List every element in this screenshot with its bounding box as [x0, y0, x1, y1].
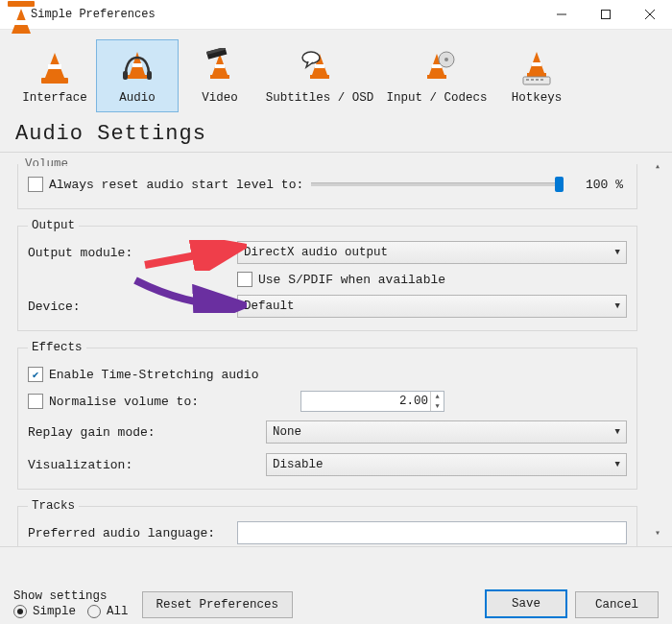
radio-simple[interactable] [13, 605, 27, 618]
scroll-down-icon[interactable]: ▾ [649, 525, 666, 540]
titlebar: Simple Preferences [0, 0, 672, 30]
output-module-value: DirectX audio output [244, 246, 388, 259]
tab-label: Audio [119, 91, 156, 105]
svg-rect-11 [210, 75, 229, 79]
svg-rect-19 [432, 64, 442, 68]
tab-label: Hotkeys [512, 91, 563, 105]
svg-rect-10 [215, 64, 225, 68]
device-value: Default [244, 300, 295, 313]
svg-rect-30 [540, 79, 543, 81]
normalise-spinner[interactable]: 2.00 ▲▼ [300, 391, 444, 412]
normalise-label: Normalise volume to: [49, 395, 300, 409]
output-module-label: Output module: [28, 246, 237, 260]
headphones-cone-icon [118, 47, 156, 87]
chevron-down-icon: ▼ [615, 460, 620, 469]
page-title: Audio Settings [0, 118, 672, 152]
radio-all[interactable] [87, 605, 101, 618]
radio-simple-label: Simple [33, 605, 76, 618]
chevron-down-icon: ▼ [615, 248, 620, 257]
svg-rect-25 [527, 73, 546, 77]
show-settings-label: Show settings [13, 589, 129, 603]
spin-down-icon[interactable]: ▼ [430, 401, 444, 411]
tab-interface[interactable]: Interface [13, 39, 96, 112]
tab-input-codecs[interactable]: Input / Codecs [378, 39, 495, 112]
spdif-checkbox[interactable] [237, 272, 252, 287]
close-button[interactable] [628, 0, 672, 29]
window-title: Simple Preferences [31, 8, 540, 21]
reset-preferences-button[interactable]: Reset Preferences [142, 591, 294, 618]
reset-audio-level-label: Always reset audio start level to: [49, 178, 303, 192]
svg-rect-7 [123, 71, 128, 80]
svg-rect-5 [132, 63, 142, 67]
footer: Show settings Simple All Reset Preferenc… [0, 557, 672, 624]
visualization-combo[interactable]: Disable ▼ [266, 453, 627, 476]
normalise-checkbox[interactable] [28, 394, 43, 409]
replay-gain-combo[interactable]: None ▼ [266, 420, 627, 444]
svg-point-17 [302, 52, 320, 63]
spin-up-icon[interactable]: ▲ [430, 392, 444, 401]
tab-hotkeys[interactable]: Hotkeys [495, 39, 578, 112]
tab-video[interactable]: Video [179, 39, 261, 112]
radio-all-label: All [107, 605, 129, 618]
svg-rect-15 [315, 64, 324, 68]
device-combo[interactable]: Default ▼ [237, 295, 627, 318]
visualization-label: Visualization: [28, 458, 266, 472]
svg-rect-24 [532, 62, 541, 66]
tab-label: Subtitles / OSD [266, 91, 374, 105]
spdif-label: Use S/PDIF when available [258, 273, 445, 287]
svg-rect-6 [128, 75, 147, 79]
svg-rect-16 [310, 75, 329, 79]
chevron-down-icon: ▼ [615, 427, 620, 437]
save-button[interactable]: Save [485, 589, 567, 618]
visualization-value: Disable [273, 458, 324, 471]
tracks-group: Tracks Preferred audio language: Submit … [17, 499, 637, 546]
minimize-button[interactable] [540, 0, 584, 29]
tab-label: Video [202, 91, 238, 105]
speech-cone-icon [300, 47, 339, 87]
timestretch-label: Enable Time-Stretching audio [49, 368, 258, 382]
device-label: Device: [28, 300, 237, 314]
reset-audio-level-checkbox[interactable] [28, 177, 43, 192]
clapper-cone-icon [201, 47, 239, 87]
tab-label: Input / Codecs [386, 91, 487, 105]
replay-gain-value: None [273, 425, 301, 439]
svg-point-22 [444, 58, 448, 61]
tab-label: Interface [22, 91, 87, 105]
svg-rect-1 [602, 11, 611, 19]
replay-gain-label: Replay gain mode: [28, 425, 266, 440]
output-module-combo[interactable]: DirectX audio output ▼ [237, 241, 627, 264]
tracks-legend: Tracks [28, 499, 79, 513]
svg-rect-8 [147, 71, 152, 80]
output-legend: Output [28, 219, 79, 232]
effects-legend: Effects [28, 341, 86, 354]
audio-level-slider[interactable] [311, 176, 564, 193]
settings-scroll-area: Volume Always reset audio start level to… [12, 153, 643, 546]
svg-rect-29 [536, 79, 539, 81]
scrollbar[interactable]: ▴ ▾ [649, 158, 666, 540]
effects-group: Effects Enable Time-Stretching audio Nor… [17, 341, 637, 490]
tab-subtitles[interactable]: Subtitles / OSD [261, 39, 378, 112]
svg-rect-20 [427, 75, 446, 79]
maximize-button[interactable] [584, 0, 628, 29]
category-tabs: Interface Audio Video Subtitles / OSD In… [0, 30, 672, 118]
cancel-button[interactable]: Cancel [575, 591, 659, 618]
svg-rect-28 [531, 79, 534, 81]
cone-icon [41, 47, 68, 87]
tab-audio[interactable]: Audio [96, 39, 179, 112]
disc-cone-icon [418, 47, 456, 87]
app-icon [8, 7, 23, 22]
output-group: Output Output module: DirectX audio outp… [17, 219, 637, 331]
keyboard-cone-icon [517, 47, 556, 87]
timestretch-checkbox[interactable] [28, 367, 43, 382]
preferred-language-input[interactable] [237, 521, 627, 544]
chevron-down-icon: ▼ [615, 301, 620, 311]
preferred-language-label: Preferred audio language: [28, 526, 237, 540]
normalise-value: 2.00 [399, 395, 428, 408]
scroll-up-icon[interactable]: ▴ [649, 158, 666, 174]
audio-level-percent: 100 % [571, 178, 627, 192]
svg-rect-27 [526, 79, 529, 81]
